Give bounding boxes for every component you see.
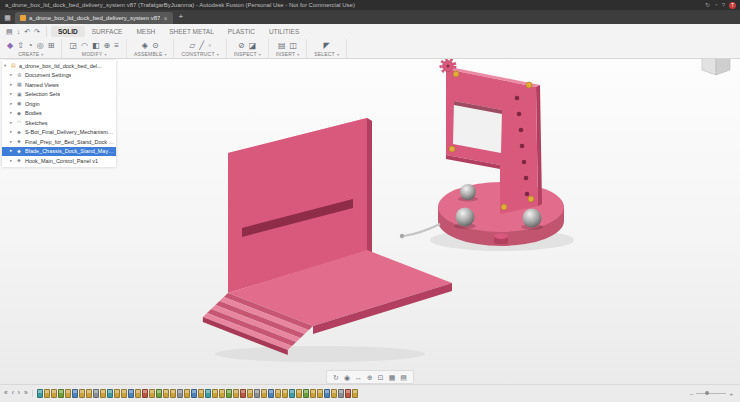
- timeline-feature[interactable]: [114, 389, 120, 398]
- timeline-feature[interactable]: [205, 389, 211, 398]
- step-back-icon[interactable]: ‹: [11, 390, 15, 397]
- press-pull-icon[interactable]: ◲: [69, 42, 77, 50]
- timeline-feature[interactable]: [212, 389, 218, 398]
- timeline-feature[interactable]: [331, 389, 337, 398]
- model-bracket-part[interactable]: [203, 118, 452, 355]
- timeline-feature[interactable]: [100, 389, 106, 398]
- revolve-icon[interactable]: ◔: [28, 42, 33, 50]
- group-inspect-label[interactable]: INSPECT: [234, 51, 257, 57]
- timeline-feature[interactable]: [184, 389, 190, 398]
- layout-grid-icon[interactable]: ▤: [400, 374, 407, 381]
- measure-icon[interactable]: ⊘: [238, 42, 245, 50]
- group-construct-label[interactable]: CONSTRUCT: [181, 51, 214, 57]
- fillet-icon[interactable]: ◠: [81, 42, 88, 50]
- fit-icon[interactable]: ⊡: [378, 374, 384, 381]
- select-tool-icon[interactable]: ◤: [323, 42, 329, 50]
- timeline-feature[interactable]: [135, 389, 141, 398]
- timeline-feature[interactable]: [170, 389, 176, 398]
- browser-item-sketches[interactable]: ▸ ◠ Sketches: [2, 118, 116, 128]
- timeline-feature[interactable]: [163, 389, 169, 398]
- insert-mesh-icon[interactable]: ▤: [278, 42, 286, 50]
- timeline-feature[interactable]: [79, 389, 85, 398]
- parameters-icon[interactable]: ≡: [114, 42, 119, 50]
- chevron-down-icon[interactable]: ▾: [297, 52, 299, 57]
- save-icon[interactable]: ↓: [17, 28, 21, 35]
- expand-arrow-icon[interactable]: ▸: [10, 92, 15, 97]
- timeline-feature[interactable]: [226, 389, 232, 398]
- browser-item-named-views[interactable]: ▸ ▦ Named Views: [2, 80, 116, 90]
- timeline-feature[interactable]: [317, 389, 323, 398]
- look-at-icon[interactable]: ◉: [344, 374, 350, 381]
- timeline-feature[interactable]: [289, 389, 295, 398]
- job-status-icon[interactable]: ↻: [705, 2, 710, 8]
- undo-icon[interactable]: ↶: [24, 28, 30, 35]
- document-tab[interactable]: a_drone_box_lid_dock_bed_delivery_system…: [15, 12, 173, 24]
- timeline-feature[interactable]: [268, 389, 274, 398]
- play-icon[interactable]: ›: [17, 390, 21, 397]
- expand-arrow-icon[interactable]: ▸: [10, 140, 15, 145]
- timeline-feature[interactable]: [121, 389, 127, 398]
- expand-arrow-icon[interactable]: ▾: [4, 64, 9, 69]
- chevron-down-icon[interactable]: ▾: [164, 52, 166, 57]
- timeline-feature[interactable]: [65, 389, 71, 398]
- tab-mesh[interactable]: MESH: [129, 26, 162, 37]
- new-tab-icon[interactable]: +: [179, 13, 184, 21]
- timeline-feature[interactable]: [303, 389, 309, 398]
- timeline-feature[interactable]: [191, 389, 197, 398]
- timeline-feature[interactable]: [233, 389, 239, 398]
- point-icon[interactable]: ◦: [208, 42, 211, 50]
- slider-knob[interactable]: [705, 391, 709, 395]
- new-component-icon[interactable]: ◈: [142, 42, 148, 50]
- chevron-down-icon[interactable]: ▾: [41, 52, 43, 57]
- decal-icon[interactable]: ◫: [289, 42, 297, 50]
- zoom-icon[interactable]: ⊕: [367, 374, 373, 381]
- timeline-feature[interactable]: [324, 389, 330, 398]
- timeline-feature[interactable]: [72, 389, 78, 398]
- timeline-zoom-out-icon[interactable]: −: [690, 391, 694, 397]
- axis-icon[interactable]: ╱: [199, 42, 204, 50]
- section-analysis-icon[interactable]: ◪: [249, 42, 257, 50]
- tab-plastic[interactable]: PLASTIC: [221, 26, 262, 37]
- browser-item-component[interactable]: ▸ ◈ S-Bot_Final_Delivery_Mechanism v3: [2, 128, 116, 138]
- file-menu-icon[interactable]: ▤: [6, 28, 13, 35]
- timeline-feature[interactable]: [198, 389, 204, 398]
- pattern-icon[interactable]: ⊞: [48, 42, 55, 50]
- timeline-feature[interactable]: [261, 389, 267, 398]
- tab-surface[interactable]: SURFACE: [85, 26, 130, 37]
- timeline-feature[interactable]: [107, 389, 113, 398]
- display-settings-icon[interactable]: ▦: [389, 374, 396, 381]
- timeline-zoom-in-icon[interactable]: +: [729, 391, 733, 397]
- browser-item-component[interactable]: ▸ ◈ Final_Prep_for_Bed_Stand_Dock v1: [2, 137, 116, 147]
- browser-item-component-selected[interactable]: ▸ ◈ Blade_Chassis_Dock_Stand_May v5: [2, 147, 116, 157]
- expand-arrow-icon[interactable]: ▸: [10, 130, 15, 135]
- group-modify-label[interactable]: MODIFY: [82, 51, 103, 57]
- expand-arrow-icon[interactable]: ▸: [10, 159, 15, 164]
- tab-solid[interactable]: SOLID: [51, 26, 85, 37]
- timeline-feature[interactable]: [177, 389, 183, 398]
- timeline-feature[interactable]: [345, 389, 351, 398]
- expand-arrow-icon[interactable]: ▸: [10, 121, 15, 126]
- extrude-icon[interactable]: ⇧: [17, 42, 24, 50]
- browser-item-root[interactable]: ▾ ▤ a_drone_box_lid_dock_bed_del...: [2, 61, 116, 71]
- timeline-feature[interactable]: [58, 389, 64, 398]
- timeline-feature[interactable]: [86, 389, 92, 398]
- timeline-feature[interactable]: [310, 389, 316, 398]
- timeline-feature[interactable]: [219, 389, 225, 398]
- timeline-feature[interactable]: [282, 389, 288, 398]
- timeline-feature[interactable]: [37, 389, 43, 398]
- expand-arrow-icon[interactable]: ▸: [10, 73, 15, 78]
- create-form-icon[interactable]: ◆: [7, 42, 13, 50]
- combine-icon[interactable]: ⊕: [104, 42, 111, 50]
- go-to-end-icon[interactable]: »: [23, 390, 29, 397]
- pan-icon[interactable]: ↔: [355, 374, 362, 381]
- help-icon[interactable]: ?: [722, 2, 725, 8]
- timeline-feature[interactable]: [338, 389, 344, 398]
- tab-close-icon[interactable]: ×: [163, 15, 167, 22]
- timeline-feature[interactable]: [93, 389, 99, 398]
- browser-item-bodies[interactable]: ▸ ◆ Bodies: [2, 109, 116, 119]
- expand-arrow-icon[interactable]: ▸: [10, 149, 15, 154]
- timeline-zoom-slider[interactable]: [696, 393, 726, 394]
- go-to-start-icon[interactable]: «: [3, 390, 9, 397]
- hole-icon[interactable]: ◎: [37, 42, 44, 50]
- joint-icon[interactable]: ⊙: [152, 42, 159, 50]
